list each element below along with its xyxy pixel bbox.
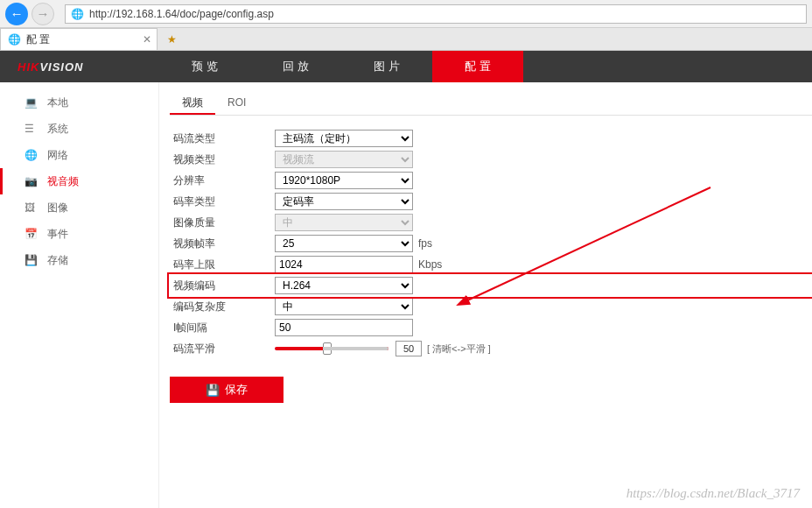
select-frame-rate[interactable]: 25 <box>275 235 413 252</box>
globe-icon: 🌐 <box>24 149 38 161</box>
sidebar-item-local[interactable]: 💻本地 <box>0 89 158 116</box>
monitor-icon: 💻 <box>24 96 38 109</box>
sidebar-item-label: 图像 <box>47 201 68 215</box>
camera-icon: 📷 <box>24 175 38 187</box>
main-area: 💻本地 ☰系统 🌐网络 📷视音频 🖼图像 📅事件 💾存储 视频 ROI 码流类型… <box>0 82 812 508</box>
browser-tab[interactable]: 🌐 配 置 ✕ <box>0 28 158 50</box>
content-pane: 视频 ROI 码流类型 主码流（定时） 视频类型 视频流 分辨率 1920*10… <box>159 82 812 508</box>
save-button[interactable]: 💾 保存 <box>170 377 284 403</box>
sidebar-item-storage[interactable]: 💾存储 <box>0 247 158 273</box>
sidebar-item-label: 事件 <box>47 227 68 242</box>
select-video-encoding[interactable]: H.264 <box>275 277 413 294</box>
label-frame-rate: 视频帧率 <box>170 236 275 251</box>
subtab-roi[interactable]: ROI <box>215 91 258 115</box>
select-bitrate-type[interactable]: 定码率 <box>275 193 413 210</box>
save-label: 保存 <box>225 382 248 398</box>
subtab-video[interactable]: 视频 <box>170 91 215 115</box>
slider-smoothing[interactable] <box>275 347 388 350</box>
save-icon: 💾 <box>206 384 220 397</box>
sidebar-item-image[interactable]: 🖼图像 <box>0 194 158 221</box>
event-icon: 📅 <box>24 228 38 240</box>
globe-icon: 🌐 <box>71 8 84 20</box>
sidebar-item-event[interactable]: 📅事件 <box>0 221 158 247</box>
tab-title: 配 置 <box>26 32 50 47</box>
row-video-encoding: 视频编码 H.264 <box>170 275 812 296</box>
sliders-icon: 🖼 <box>24 201 38 214</box>
unit-fps: fps <box>418 237 432 250</box>
select-image-quality: 中 <box>275 214 413 231</box>
globe-icon: 🌐 <box>8 33 21 46</box>
nav-preview[interactable]: 预 览 <box>159 51 250 82</box>
select-stream-type[interactable]: 主码流（定时） <box>275 130 413 147</box>
logo: HIKVISION <box>0 60 159 74</box>
slider-value: 50 <box>396 341 422 356</box>
sidebar-item-label: 存储 <box>47 253 68 268</box>
browser-tab-strip: 🌐 配 置 ✕ ★ <box>0 28 812 51</box>
slider-hint: [ 清晰<->平滑 ] <box>427 342 491 356</box>
select-resolution[interactable]: 1920*1080P <box>275 172 413 189</box>
input-iframe[interactable] <box>275 319 413 336</box>
forward-button[interactable]: → <box>32 3 54 25</box>
sidebar: 💻本地 ☰系统 🌐网络 📷视音频 🖼图像 📅事件 💾存储 <box>0 82 159 508</box>
label-resolution: 分辨率 <box>170 173 275 188</box>
label-max-bitrate: 码率上限 <box>170 258 275 272</box>
sidebar-item-video-audio[interactable]: 📷视音频 <box>0 168 158 194</box>
storage-icon: 💾 <box>24 254 38 266</box>
sidebar-item-network[interactable]: 🌐网络 <box>0 142 158 168</box>
nav-picture[interactable]: 图 片 <box>341 51 432 82</box>
video-form: 码流类型 主码流（定时） 视频类型 视频流 分辨率 1920*1080P 码率类… <box>170 116 812 403</box>
sidebar-item-label: 网络 <box>47 148 68 163</box>
label-iframe: I帧间隔 <box>170 321 275 335</box>
sidebar-item-label: 视音频 <box>47 174 79 189</box>
unit-kbps: Kbps <box>418 258 442 271</box>
subtab-bar: 视频 ROI <box>170 91 812 116</box>
sidebar-item-label: 系统 <box>47 122 68 137</box>
nav-playback[interactable]: 回 放 <box>250 51 341 82</box>
label-image-quality: 图像质量 <box>170 215 275 230</box>
label-video-type: 视频类型 <box>170 152 275 167</box>
slider-thumb[interactable] <box>323 342 332 355</box>
label-smoothing: 码流平滑 <box>170 342 275 356</box>
app-top-nav: HIKVISION 预 览 回 放 图 片 配 置 <box>0 51 812 82</box>
sidebar-item-system[interactable]: ☰系统 <box>0 116 158 142</box>
list-icon: ☰ <box>24 123 38 135</box>
select-complexity[interactable]: 中 <box>275 298 413 315</box>
back-button[interactable]: ← <box>5 3 28 25</box>
input-max-bitrate[interactable] <box>275 256 413 273</box>
new-tab-button[interactable]: ★ <box>161 30 182 49</box>
select-video-type: 视频流 <box>275 151 413 168</box>
label-stream-type: 码流类型 <box>170 131 275 146</box>
sidebar-item-label: 本地 <box>47 95 68 110</box>
browser-toolbar: ← → 🌐 http://192.168.1.64/doc/page/confi… <box>0 0 812 28</box>
label-video-encoding: 视频编码 <box>170 279 275 293</box>
label-bitrate-type: 码率类型 <box>170 194 275 209</box>
address-bar[interactable]: 🌐 http://192.168.1.64/doc/page/config.as… <box>65 4 807 24</box>
watermark: https://blog.csdn.net/Black_3717 <box>626 486 800 501</box>
url-text: http://192.168.1.64/doc/page/config.asp <box>89 8 274 20</box>
close-icon[interactable]: ✕ <box>143 33 151 46</box>
nav-config[interactable]: 配 置 <box>432 51 523 82</box>
label-complexity: 编码复杂度 <box>170 300 275 314</box>
